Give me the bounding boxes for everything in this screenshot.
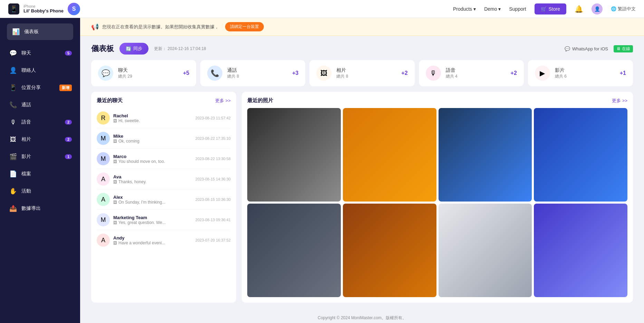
photo-item[interactable] bbox=[247, 204, 341, 297]
stat-count: 總共 8 bbox=[336, 74, 396, 79]
chat-name: Marco bbox=[113, 154, 192, 159]
bind-device-button[interactable]: 請綁定一台裝置 bbox=[225, 22, 264, 31]
recent-chats-title: 最近的聊天 bbox=[97, 97, 123, 104]
stat-count: 總共 8 bbox=[227, 74, 287, 79]
chevron-down-icon: ▾ bbox=[498, 6, 501, 12]
products-nav-link[interactable]: Products ▾ bbox=[453, 6, 476, 12]
language-selector[interactable]: 🌐 繁語中文 bbox=[611, 6, 636, 12]
photo-item[interactable] bbox=[247, 108, 341, 202]
sync-button[interactable]: 🔄 同步 bbox=[119, 43, 148, 55]
stat-name: 相片 bbox=[336, 67, 396, 74]
brand-logo: S bbox=[68, 3, 80, 15]
photos-more-link[interactable]: 更多 >> bbox=[612, 98, 627, 104]
photo-item[interactable] bbox=[439, 108, 532, 202]
sidebar-icon: 📞 bbox=[8, 100, 18, 110]
store-button[interactable]: 🛒 Store bbox=[535, 3, 566, 14]
device-os-icon: 📱 bbox=[8, 3, 19, 14]
stat-delta: +5 bbox=[183, 70, 189, 76]
chat-list-item[interactable]: A Andy 🖼 Have a wonderful eveni... 2023-… bbox=[97, 230, 231, 250]
chat-time: 2023-08-22 13:30:58 bbox=[195, 157, 231, 161]
chat-list-item[interactable]: M Marketing Team 🖼 Yes, great question. … bbox=[97, 210, 231, 230]
whatsapp-link[interactable]: 💬 WhatsApp for iOS bbox=[565, 46, 608, 51]
chat-list-item[interactable]: A Alex 🖼 On Sunday, I'm thinking... 2023… bbox=[97, 189, 231, 210]
chat-time: 2023-08-13 09:36:41 bbox=[195, 218, 231, 222]
chats-more-link[interactable]: 更多 >> bbox=[215, 98, 231, 104]
stat-count: 總共 29 bbox=[118, 74, 178, 79]
chat-info: Mike 🖼 Ok, coming bbox=[113, 134, 192, 144]
stat-delta: +2 bbox=[511, 70, 517, 76]
chat-list-item[interactable]: M Marco 🖼 You should move on, too. 2023-… bbox=[97, 149, 231, 169]
stat-card-影片[interactable]: ▶ 影片 總共 6 +1 bbox=[528, 60, 633, 86]
sidebar-item-dashboard[interactable]: 📊 儀表板 bbox=[7, 23, 73, 40]
sidebar-item-label: 位置分享 bbox=[21, 85, 41, 91]
device-type-label: iPhone bbox=[23, 4, 64, 8]
sidebar: 📊 儀表板 💬 聊天 5 👤 聯絡人 📱 位置分享 新增 📞 通話 🎙 語音 bbox=[0, 18, 80, 323]
chat-avatar: M bbox=[97, 213, 110, 226]
sync-icon: 🔄 bbox=[126, 46, 131, 51]
support-nav-link[interactable]: Support bbox=[509, 6, 526, 12]
photo-item[interactable] bbox=[534, 108, 627, 202]
stat-count: 總共 4 bbox=[446, 74, 506, 79]
chat-message: 🖼 Ok, coming bbox=[113, 139, 192, 144]
sidebar-item-數據導出[interactable]: 📤 數據導出 bbox=[4, 200, 76, 217]
sidebar-item-相片[interactable]: 🖼 相片 2 bbox=[4, 131, 76, 148]
sidebar-item-label: 通話 bbox=[21, 102, 31, 108]
chat-name: Ava bbox=[113, 174, 192, 179]
chat-name: Mike bbox=[113, 134, 192, 139]
msg-type-icon: 🖼 bbox=[113, 241, 117, 245]
chat-avatar: A bbox=[97, 193, 110, 206]
sidebar-item-影片[interactable]: 🎬 影片 1 bbox=[4, 148, 76, 165]
photo-item[interactable] bbox=[439, 204, 532, 297]
whatsapp-icon: 💬 bbox=[565, 46, 570, 51]
chat-avatar: R bbox=[97, 111, 110, 125]
stat-delta: +3 bbox=[292, 70, 298, 76]
stat-info: 通話 總共 8 bbox=[227, 67, 287, 79]
photo-item[interactable] bbox=[343, 108, 436, 202]
sidebar-item-檔案[interactable]: 📄 檔案 bbox=[4, 166, 76, 182]
stat-name: 聊天 bbox=[118, 67, 178, 74]
chat-list-item[interactable]: M Mike 🖼 Ok, coming 2023-08-22 17:35:10 bbox=[97, 128, 231, 149]
sidebar-item-label: 相片 bbox=[21, 136, 31, 143]
stat-card-相片[interactable]: 🖼 相片 總共 8 +2 bbox=[309, 60, 414, 86]
stat-card-語音[interactable]: 🎙 語音 總共 4 +2 bbox=[419, 60, 524, 86]
user-avatar[interactable]: 👤 bbox=[592, 3, 603, 14]
sidebar-icon: 📤 bbox=[8, 204, 18, 213]
stat-card-通話[interactable]: 📞 通話 總共 8 +3 bbox=[200, 60, 305, 86]
sidebar-item-left: 🖼 相片 bbox=[8, 135, 31, 144]
msg-type-icon: 🖼 bbox=[113, 119, 117, 123]
sidebar-badge: 2 bbox=[65, 137, 72, 142]
chat-time: 2023-08-15 10:36:30 bbox=[195, 197, 231, 202]
sidebar-item-聯絡人[interactable]: 👤 聯絡人 bbox=[4, 62, 76, 79]
stat-name: 通話 bbox=[227, 67, 287, 74]
chat-list-item[interactable]: A Ava 🖼 Thanks, honey. 2023-08-15 14:36:… bbox=[97, 169, 231, 189]
chat-avatar: M bbox=[97, 152, 110, 165]
chat-name: Marketing Team bbox=[113, 215, 192, 220]
sidebar-icon: 📄 bbox=[8, 169, 18, 179]
notification-button[interactable]: 🔔 bbox=[575, 5, 583, 13]
recent-photos-panel: 最近的照片 更多 >> bbox=[242, 92, 633, 303]
chat-list-item[interactable]: R Rachel 🖼 Hi, sweetie. 2023-08-23 11:57… bbox=[97, 108, 231, 128]
demo-nav-link[interactable]: Demo ▾ bbox=[484, 6, 501, 12]
sidebar-icon: 📱 bbox=[8, 83, 18, 92]
sidebar-section: 💬 聊天 5 👤 聯絡人 📱 位置分享 新增 📞 通話 🎙 語音 2 🖼 相片 bbox=[0, 44, 80, 220]
stat-card-聊天[interactable]: 💬 聊天 總共 29 +5 bbox=[91, 60, 196, 86]
stat-name: 影片 bbox=[555, 67, 615, 74]
sidebar-item-聊天[interactable]: 💬 聊天 5 bbox=[4, 45, 76, 61]
photo-item[interactable] bbox=[534, 204, 627, 297]
page-title: 儀表板 bbox=[91, 43, 114, 54]
stat-delta: +2 bbox=[401, 70, 407, 76]
chat-time: 2023-07-20 16:37:52 bbox=[195, 238, 231, 242]
sidebar-item-label: 語音 bbox=[21, 119, 31, 125]
top-nav-right: Products ▾ Demo ▾ Support 🛒 Store 🔔 👤 🌐 … bbox=[453, 3, 636, 14]
dashboard-header-right: 💬 WhatsApp for iOS 🖥 在線 bbox=[565, 45, 633, 52]
sidebar-item-位置分享[interactable]: 📱 位置分享 新增 bbox=[4, 79, 76, 96]
sidebar-item-通話[interactable]: 📞 通話 bbox=[4, 97, 76, 113]
stat-name: 語音 bbox=[446, 67, 506, 74]
device-info: iPhone Lil' Bobby's Phone bbox=[23, 4, 64, 13]
sidebar-item-語音[interactable]: 🎙 語音 2 bbox=[4, 114, 76, 130]
photo-item[interactable] bbox=[343, 204, 436, 297]
sidebar-item-活動[interactable]: ✋ 活動 bbox=[4, 183, 76, 199]
top-nav: 📱 iPhone Lil' Bobby's Phone S Products ▾… bbox=[0, 0, 644, 18]
stat-cards-row: 💬 聊天 總共 29 +5 📞 通話 總共 8 +3 🖼 相片 總共 8 +2 … bbox=[80, 60, 644, 92]
chat-message: 🖼 Thanks, honey. bbox=[113, 179, 192, 184]
